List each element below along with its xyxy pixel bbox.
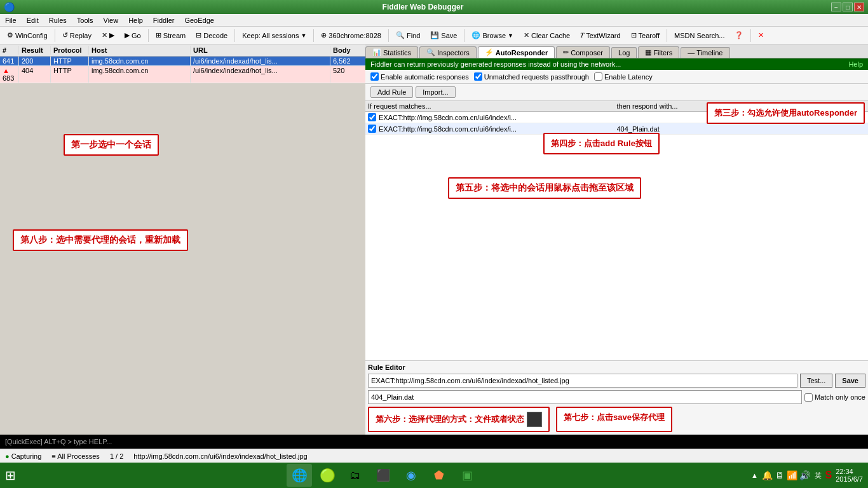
tab-statistics[interactable]: 📊 Statistics — [365, 46, 418, 58]
rule-editor-response-input[interactable] — [368, 390, 802, 404]
browse-button[interactable]: 🌐 Browse ▼ — [467, 29, 518, 41]
toolbar-separator-8 — [750, 29, 751, 42]
taskbar-app-7[interactable]: ▣ — [454, 464, 480, 487]
go-button[interactable]: ▶ Go — [120, 29, 146, 41]
session-row-683[interactable]: ▲ 683 404 HTTP img.58cdn.com.cn /ui6/ind… — [0, 66, 365, 83]
session-num: 641 — [0, 57, 19, 65]
systray-lang: 英 — [815, 471, 822, 480]
taskbar-app-1[interactable]: 🌐 — [287, 464, 312, 487]
maximize-button[interactable]: □ — [843, 3, 853, 11]
rule-response-2: 404_Plain.dat — [617, 125, 866, 133]
match-only-once-label[interactable]: Match only once — [804, 393, 865, 402]
unmatched-checkbox[interactable] — [474, 72, 482, 81]
col-host: Host — [89, 46, 191, 55]
quick-exec-text: [QuickExec] ALT+Q > type HELP... — [5, 438, 112, 445]
help-toolbar-button[interactable]: ❓ — [730, 29, 748, 41]
taskbar-app-6[interactable]: ⬟ — [426, 464, 452, 487]
tab-inspectors[interactable]: 🔍 Inspectors — [419, 46, 477, 58]
stream-button[interactable]: ⊞ Stream — [151, 29, 190, 41]
import-button[interactable]: Import... — [416, 86, 455, 98]
help-icon: ❓ — [735, 31, 743, 39]
filters-icon: ▦ — [645, 48, 651, 57]
keep-button[interactable]: Keep: All sessions ▼ — [238, 30, 311, 41]
annotation-step3-wrapper: 第三步：勾选允许使用autoResponder — [707, 102, 865, 124]
rule-editor-url-input[interactable] — [368, 374, 797, 388]
remove-button[interactable]: ✕ ▶ — [97, 29, 119, 41]
session-url: /ui6/index/indexad/hot_lis... — [191, 66, 330, 83]
rule-editor-response-row: Match only once — [368, 390, 865, 404]
toolbar-separator-5 — [388, 29, 389, 42]
start-button[interactable]: ⊞ — [5, 468, 16, 483]
clock: 22:34 2015/6/7 — [836, 468, 863, 483]
taskbar-app-4[interactable]: ⬛ — [370, 464, 396, 487]
session-num: ▲ 683 — [0, 66, 19, 83]
enable-latency-checkbox[interactable] — [594, 72, 602, 81]
unmatched-checkbox-label[interactable]: Unmatched requests passthrough — [474, 72, 589, 81]
menu-help[interactable]: Help — [126, 16, 146, 25]
msdnsearch-button[interactable]: MSDN Search... — [670, 30, 729, 41]
close-button[interactable]: ✕ — [854, 3, 864, 11]
keep-dropdown-icon: ▼ — [301, 32, 306, 39]
menu-fiddler[interactable]: Fiddler — [151, 16, 177, 25]
menu-geoedge[interactable]: GeoEdge — [182, 16, 216, 25]
status-bar: ● Capturing ≡ All Processes 1 / 2 http:/… — [0, 449, 868, 463]
systray-icons: 🔔 🖥 📶 🔊 — [762, 470, 811, 480]
toolbar-separator-4 — [313, 29, 314, 42]
menu-file[interactable]: File — [3, 16, 19, 25]
textwizard-button[interactable]: 𝑇 TextWizard — [576, 29, 625, 41]
menu-view[interactable]: View — [101, 16, 121, 25]
menu-edit[interactable]: Edit — [24, 16, 41, 25]
tab-timeline[interactable]: — Timeline — [681, 47, 729, 58]
find-icon: 🔍 — [396, 31, 405, 39]
tearoff-button[interactable]: ⊡ Tearoff — [627, 29, 664, 41]
rule-editor: Rule Editor Test... Save Match only once — [365, 360, 868, 435]
rule-check-1[interactable] — [368, 113, 376, 121]
session-body: 6,562 — [330, 57, 369, 65]
decode-button[interactable]: ⊟ Decode — [191, 29, 232, 41]
composer-icon: ✏ — [563, 48, 569, 57]
rule-check-2[interactable] — [368, 125, 376, 133]
test-button[interactable]: Test... — [800, 374, 832, 388]
add-rule-button[interactable]: Add Rule — [370, 86, 413, 98]
tab-filters[interactable]: ▦ Filters — [638, 46, 679, 58]
match-only-once-checkbox[interactable] — [804, 393, 813, 402]
toolbar-separator-6 — [464, 29, 465, 42]
taskbar-app-2[interactable]: 🟡 — [315, 464, 340, 487]
session-row-641[interactable]: 641 200 HTTP img.58cdn.com.cn /ui6/index… — [0, 57, 365, 66]
chrome-button[interactable]: ⊕ 360chrome:8028 — [316, 29, 386, 41]
statistics-icon: 📊 — [372, 48, 381, 57]
session-result: 404 — [19, 66, 51, 83]
save-rule-button[interactable]: Save — [835, 374, 865, 388]
time-display: 22:34 — [836, 468, 863, 475]
tab-log[interactable]: Log — [611, 47, 637, 58]
winconfig-button[interactable]: ⚙ WinConfig — [3, 29, 52, 41]
tab-composer[interactable]: ✏ Composer — [556, 46, 610, 58]
controls-bar: Enable automatic responses Unmatched req… — [365, 70, 868, 84]
taskbar-app-5[interactable]: ◉ — [398, 464, 424, 487]
clearcache-icon: ✕ — [524, 31, 529, 39]
save-toolbar-button[interactable]: 💾 Save — [426, 29, 461, 41]
window-controls: − □ ✕ — [831, 3, 864, 11]
minimize-button[interactable]: − — [831, 3, 841, 11]
right-pane: 📊 Statistics 🔍 Inspectors ⚡ AutoResponde… — [365, 44, 868, 435]
filter-icon: ≡ — [51, 452, 55, 460]
step6-image-placeholder — [527, 412, 542, 427]
rule-editor-url-row: Test... Save — [368, 374, 865, 388]
clearcache-button[interactable]: ✕ Clear Cache — [519, 29, 574, 41]
tab-autoresponder[interactable]: ⚡ AutoResponder — [478, 46, 555, 58]
save-icon: 💾 — [430, 31, 439, 39]
find-button[interactable]: 🔍 Find — [391, 29, 424, 41]
remove-icon: ✕ ▶ — [102, 31, 114, 39]
close-toolbar-button[interactable]: ✕ — [754, 29, 768, 41]
session-host: img.58cdn.com.cn — [89, 66, 191, 83]
taskbar-app-3[interactable]: 🗂 — [342, 464, 368, 487]
menu-tools[interactable]: Tools — [74, 16, 96, 25]
enable-auto-checkbox-label[interactable]: Enable automatic responses — [370, 72, 469, 81]
replay-button[interactable]: ↺ Replay — [58, 29, 96, 41]
enable-latency-checkbox-label[interactable]: Enable Latency — [594, 72, 653, 81]
help-link[interactable]: Help — [848, 60, 863, 68]
enable-auto-checkbox[interactable] — [370, 72, 379, 81]
toolbar-separator — [55, 29, 55, 42]
menu-rules[interactable]: Rules — [46, 16, 69, 25]
textwizard-icon: 𝑇 — [580, 31, 584, 39]
